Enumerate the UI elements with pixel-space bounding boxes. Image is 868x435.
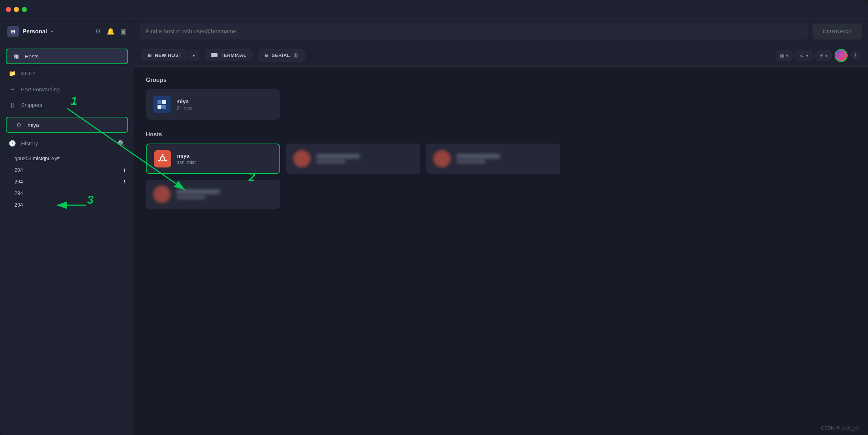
host-card-miya[interactable]: miya ssh, mist [146,144,280,174]
bell-icon[interactable]: 🔔 [107,28,115,36]
history-item-badge: ! [124,167,125,173]
snippets-icon: {} [9,102,16,108]
search-input-container [140,24,808,40]
host-name-blurred [456,154,500,158]
add-button[interactable]: + [851,50,861,61]
maximize-button[interactable] [22,7,27,12]
new-host-label: NEW HOST [155,53,182,58]
sidebar-item-hosts[interactable]: ▦ Hosts [6,49,128,64]
chevron-down-icon: ▾ [51,29,53,34]
group-info: miya 2 Hosts [176,98,192,111]
sidebar-header-left[interactable]: ⊞ Personal ▾ [7,26,53,37]
serial-button[interactable]: ⊟ SERIAL ℹ [258,49,305,62]
sidebar-item-sftp-label: SFTP [21,70,35,76]
history-icon: 🕐 [9,140,16,147]
avatar-image [835,50,847,61]
connect-button[interactable]: CONNECT [812,24,862,40]
sidebar-item-history[interactable]: 🕐 History 🔍 [0,136,134,151]
sidebar-header-icons: ⚙ 🔔 ▣ [95,28,127,36]
sidebar-item-miya[interactable]: ⚙ miya [6,117,128,133]
terminal-button[interactable]: ⌨ TERMINAL [205,49,253,61]
sidebar-item-port-label: Port Forwarding [21,86,60,92]
history-items-list: gpu253.mistgpu.xyz 294 ! 294 ! 294 294 [0,151,134,212]
sidebar-header: ⊞ Personal ▾ ⚙ 🔔 ▣ [0,19,134,44]
search-bar: CONNECT [134,19,868,44]
group-name: miya [176,98,192,104]
host-icon-blurred [293,150,311,167]
host-sub-blurred [176,195,205,199]
history-item-name: gpu253.mistgpu.xyz [15,156,60,161]
group-card-miya[interactable]: miya 2 Hosts [146,89,280,120]
new-host-icon: ⊞ [148,53,152,58]
svg-rect-1 [162,100,166,104]
new-host-button[interactable]: ⊞ NEW HOST [142,49,188,61]
history-item-name: 294 [15,179,23,185]
svg-rect-3 [162,105,166,109]
hosts-grid-row2 [146,180,856,209]
tag-button[interactable]: 🏷 ▾ [795,50,812,61]
sidebar-miya-label: miya [28,122,39,128]
gear-icon[interactable]: ⚙ [95,28,101,36]
search-input[interactable] [146,28,802,35]
group-settings-icon: ⚙ [15,121,22,128]
workspace-name: Personal [22,28,47,35]
main-content: CONNECT ⊞ NEW HOST ▾ ⌨ TERMINAL ⊟ SERIAL… [134,19,868,435]
history-item[interactable]: gpu253.mistgpu.xyz [0,153,134,164]
content-area: Groups miya 2 Hosts [134,67,868,435]
table-button[interactable]: ⊞ ▾ [815,50,832,61]
terminal-label: TERMINAL [221,53,246,58]
serial-info-icon: ℹ [293,53,299,58]
history-item[interactable]: 294 [0,199,134,211]
svg-point-7 [165,160,167,162]
sidebar-item-snippets-label: Snippets [21,102,42,108]
group-host-count: 2 Hosts [176,105,192,111]
terminal-icon: ⌨ [211,53,218,58]
history-item-badge: ! [124,179,125,185]
host-card-blurred-4[interactable] [146,180,280,209]
host-icon-blurred [433,150,451,167]
host-info-blurred [456,154,500,163]
sidebar-item-hosts-label: Hosts [25,53,38,59]
history-item-name: 294 [15,190,23,196]
sftp-icon: 📁 [9,70,16,77]
host-name: miya [177,153,196,159]
svg-rect-0 [157,100,161,104]
group-icon [153,96,171,113]
hosts-icon: ▦ [12,53,20,60]
svg-rect-2 [157,105,161,109]
new-host-dropdown-button[interactable]: ▾ [189,50,199,61]
hosts-grid: miya ssh, mist [146,144,856,174]
minimize-button[interactable] [14,7,19,12]
watermark: CSDN @itoshi_rin [821,425,859,431]
host-sub-blurred [456,160,486,163]
sidebar-item-port-forwarding[interactable]: ↔ Port Forwarding [0,81,134,98]
host-card-blurred-3[interactable] [426,144,560,174]
table-icon: ⊞ [819,53,824,58]
tag-icon: 🏷 [799,53,804,58]
host-icon-ubuntu [154,150,171,167]
sidebar-item-sftp[interactable]: 📁 SFTP [0,66,134,81]
host-card-blurred-2[interactable] [286,144,420,174]
close-button[interactable] [6,7,11,12]
sidebar-item-snippets[interactable]: {} Snippets [0,98,134,112]
miya-group-wrapper: ⚙ miya [0,114,134,136]
host-name-blurred [176,190,220,194]
view-grid-button[interactable]: ▦ ▾ [776,50,793,61]
host-info: miya ssh, mist [177,153,196,165]
history-item[interactable]: 294 ! [0,176,134,187]
history-item[interactable]: 294 [0,187,134,199]
hosts-section-title: Hosts [146,131,856,138]
history-search-icon[interactable]: 🔍 [118,140,125,147]
history-item[interactable]: 294 ! [0,164,134,176]
groups-grid: miya 2 Hosts [146,89,856,120]
port-forwarding-icon: ↔ [9,86,16,93]
terminal-icon[interactable]: ▣ [120,28,127,36]
avatar[interactable] [835,49,848,62]
serial-label: SERIAL [272,53,290,58]
app-logo: ⊞ [7,26,19,37]
host-name-blurred [316,154,360,158]
sidebar-nav: ▦ Hosts 📁 SFTP ↔ Port Forwarding {} Snip… [0,44,134,215]
traffic-lights [6,7,27,12]
tag-chevron-icon: ▾ [806,53,808,58]
host-icon-blurred [153,186,171,203]
